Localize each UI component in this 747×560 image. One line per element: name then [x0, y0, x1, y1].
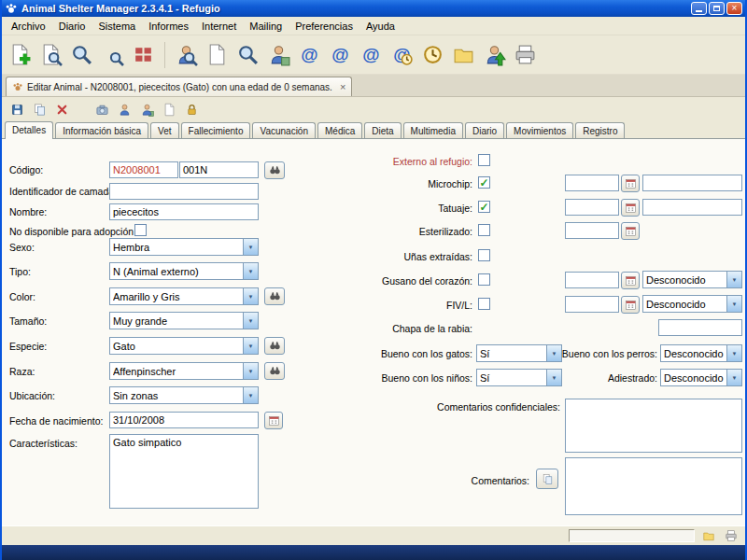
- search-animal-button[interactable]: [66, 38, 97, 71]
- copy-comments-button[interactable]: [536, 469, 558, 489]
- lost-found-button[interactable]: [448, 38, 479, 71]
- menu-sistema[interactable]: Sistema: [92, 19, 142, 34]
- fivl-result-select[interactable]: Desconocido▼: [642, 295, 742, 313]
- tab-dieta[interactable]: Dieta: [364, 122, 401, 138]
- bueno-gatos-select[interactable]: Sí▼: [476, 344, 562, 362]
- tab-vacunacion[interactable]: Vacunación: [252, 122, 316, 138]
- microchip-date-input[interactable]: [565, 175, 619, 191]
- clone-animal-button[interactable]: [30, 100, 49, 119]
- lock-button[interactable]: [182, 100, 202, 119]
- chapa-rabia-input[interactable]: [658, 319, 742, 336]
- especie-select[interactable]: Gato▼: [109, 337, 259, 355]
- tab-movimientos[interactable]: Movimientos: [506, 122, 573, 138]
- tab-diario[interactable]: Diario: [465, 122, 504, 138]
- dropdown-arrow-icon: ▼: [726, 272, 741, 287]
- tamano-select[interactable]: Muy grande▼: [109, 312, 259, 329]
- tatuaje-checkbox[interactable]: ✓: [478, 201, 490, 213]
- tab-informacion-basica[interactable]: Información básica: [55, 122, 148, 138]
- gusano-calendar-button[interactable]: [621, 272, 640, 289]
- find-owner-button[interactable]: [171, 38, 202, 71]
- fivl-date-input[interactable]: [565, 296, 619, 313]
- raza-select[interactable]: Affenpinscher▼: [109, 362, 259, 380]
- bueno-perros-select[interactable]: Desconocido▼: [660, 344, 742, 362]
- menu-mailing[interactable]: Mailing: [243, 19, 289, 34]
- search-owner-button[interactable]: [233, 38, 263, 71]
- color-select[interactable]: Amarillo y Gris▼: [109, 287, 259, 305]
- fivl-calendar-button[interactable]: [621, 296, 640, 314]
- caracteristicas-textarea[interactable]: Gato simpatico: [109, 434, 259, 509]
- minimize-button[interactable]: [691, 2, 707, 15]
- esterilizado-calendar-button[interactable]: [621, 222, 640, 240]
- comentarios-textarea[interactable]: [565, 457, 742, 515]
- unas-extraidas-checkbox[interactable]: [478, 249, 490, 261]
- maximize-button[interactable]: [709, 2, 725, 15]
- links-button[interactable]: [137, 100, 157, 119]
- tab-fallecimiento[interactable]: Fallecimiento: [181, 122, 251, 138]
- color-search-button[interactable]: [264, 287, 285, 305]
- email-reminder-button[interactable]: [387, 38, 417, 71]
- publish-button[interactable]: [479, 38, 510, 71]
- especie-search-button[interactable]: [264, 337, 285, 355]
- gusano-result-select[interactable]: Desconocido▼: [642, 271, 742, 288]
- litters-button[interactable]: [128, 38, 159, 71]
- menu-archivo[interactable]: Archivo: [5, 19, 52, 34]
- camada-input[interactable]: [109, 183, 259, 200]
- fecha-nacimiento-input[interactable]: 31/10/2008: [109, 412, 259, 428]
- tab-registro[interactable]: Registro: [575, 122, 625, 138]
- tab-medica[interactable]: Médica: [317, 122, 362, 138]
- no-adopcion-checkbox[interactable]: [134, 224, 147, 236]
- find-animal-button[interactable]: [35, 38, 66, 71]
- email-button[interactable]: [294, 38, 325, 71]
- sexo-select[interactable]: Hembra▼: [109, 238, 259, 256]
- tatuaje-date-input[interactable]: [565, 199, 619, 216]
- codigo-corto-input[interactable]: 001N: [179, 161, 259, 178]
- tatuaje-number-input[interactable]: [642, 199, 742, 216]
- bueno-ninos-select[interactable]: Sí▼: [476, 369, 562, 386]
- tatuaje-calendar-button[interactable]: [621, 199, 640, 217]
- menu-informes[interactable]: Informes: [142, 19, 195, 34]
- email-owner-button[interactable]: [325, 38, 356, 71]
- nombre-input[interactable]: piececitos: [109, 203, 259, 220]
- menu-internet[interactable]: Internet: [195, 19, 243, 34]
- microchip-number-input[interactable]: [642, 175, 742, 191]
- diary-button[interactable]: [160, 100, 179, 119]
- microchip-calendar-button[interactable]: [621, 175, 640, 192]
- document-tab-close-icon[interactable]: ×: [340, 82, 345, 92]
- save-button[interactable]: [7, 100, 27, 119]
- status-print-button[interactable]: [723, 527, 740, 544]
- owner-links-button[interactable]: [263, 38, 294, 71]
- externo-checkbox[interactable]: [478, 154, 490, 166]
- tab-multimedia[interactable]: Multimedia: [403, 122, 463, 138]
- codigo-search-button[interactable]: [264, 161, 285, 179]
- owner-button[interactable]: [115, 100, 134, 119]
- tipo-select[interactable]: N (Animal externo)▼: [109, 262, 259, 280]
- gusano-date-input[interactable]: [565, 272, 619, 288]
- fivl-checkbox[interactable]: [478, 298, 490, 310]
- microchip-checkbox[interactable]: ✓: [478, 176, 490, 189]
- alarm-button[interactable]: [417, 38, 448, 71]
- new-animal-button[interactable]: [5, 38, 35, 71]
- comentarios-confidenciales-textarea[interactable]: [565, 399, 742, 453]
- raza-search-button[interactable]: [264, 362, 285, 380]
- menu-ayuda[interactable]: Ayuda: [359, 19, 402, 34]
- email-vet-button[interactable]: [356, 38, 387, 71]
- menu-diario[interactable]: Diario: [52, 19, 92, 34]
- photo-button[interactable]: [92, 100, 112, 119]
- print-button[interactable]: [510, 38, 541, 71]
- quick-search-button[interactable]: [97, 38, 128, 71]
- status-folder-button[interactable]: [700, 527, 717, 544]
- menu-preferencias[interactable]: Preferencias: [289, 19, 359, 34]
- document-tab[interactable]: Editar Animal - N2008001, piececitos (Ga…: [6, 77, 352, 96]
- new-owner-button[interactable]: [202, 38, 233, 71]
- codigo-input[interactable]: N2008001: [109, 161, 178, 178]
- esterilizado-checkbox[interactable]: [478, 224, 490, 236]
- delete-animal-button[interactable]: [52, 100, 72, 119]
- esterilizado-date-input[interactable]: [565, 222, 619, 239]
- tab-detalles[interactable]: Detalles: [5, 121, 53, 139]
- fecha-nacimiento-calendar-button[interactable]: [264, 412, 283, 429]
- tab-vet[interactable]: Vet: [150, 122, 178, 138]
- ubicacion-select[interactable]: Sin zonas▼: [109, 386, 259, 404]
- gusano-checkbox[interactable]: [478, 273, 490, 286]
- adiestrado-select[interactable]: Desconocido▼: [660, 369, 742, 386]
- close-button[interactable]: ×: [726, 2, 742, 15]
